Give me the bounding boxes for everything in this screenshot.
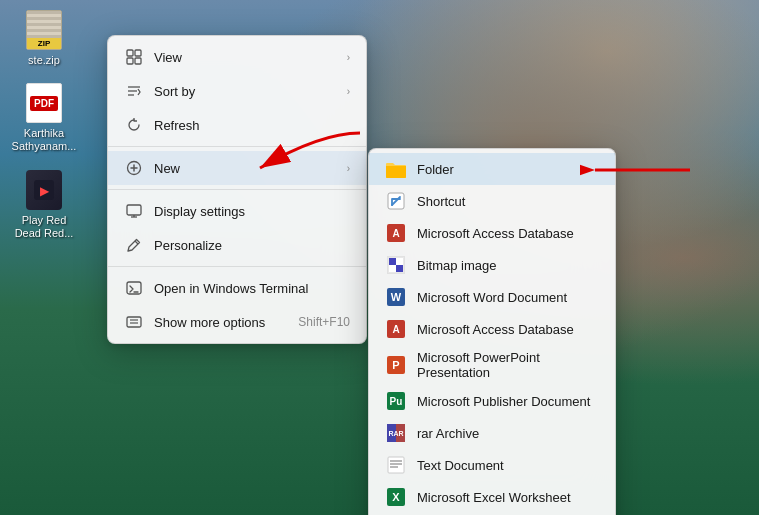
game-label: Play Red Dead Red... [8, 214, 80, 240]
pdf-icon-img: PDF [24, 83, 64, 123]
menu-item-personalize[interactable]: Personalize [108, 228, 366, 262]
desktop-icon-stezip[interactable]: ZIP ste.zip [8, 10, 80, 67]
svg-text:A: A [392, 324, 399, 335]
submenu-access1[interactable]: A Microsoft Access Database [369, 217, 615, 249]
text-label: Text Document [417, 458, 504, 473]
svg-rect-5 [135, 58, 141, 64]
new-submenu: Folder Shortcut A Microsoft Access Datab… [368, 148, 616, 515]
refresh-label: Refresh [154, 118, 350, 133]
personalize-icon [124, 235, 144, 255]
svg-rect-12 [127, 205, 141, 215]
submenu-excel[interactable]: X Microsoft Excel Worksheet [369, 481, 615, 513]
menu-item-new[interactable]: New › [108, 151, 366, 185]
zip-file-icon: ZIP [26, 10, 62, 50]
divider-2 [108, 189, 366, 190]
divider-3 [108, 266, 366, 267]
access-icon-1: A [385, 222, 407, 244]
svg-rect-29 [396, 265, 403, 272]
svg-rect-2 [127, 50, 133, 56]
svg-text:P: P [392, 359, 399, 371]
zip-icon-img: ZIP [24, 10, 64, 50]
new-icon [124, 158, 144, 178]
more-label: Show more options [154, 315, 282, 330]
svg-rect-4 [127, 58, 133, 64]
menu-item-display[interactable]: Display settings [108, 194, 366, 228]
powerpoint-icon: P [385, 354, 407, 376]
excel-label: Microsoft Excel Worksheet [417, 490, 571, 505]
pdf-file-icon: PDF [26, 83, 62, 123]
submenu-folder[interactable]: Folder [369, 153, 615, 185]
personalize-label: Personalize [154, 238, 350, 253]
submenu-publisher[interactable]: Pu Microsoft Publisher Document [369, 385, 615, 417]
menu-item-view[interactable]: View › [108, 40, 366, 74]
svg-text:RAR: RAR [388, 430, 403, 437]
new-label: New [154, 161, 339, 176]
access2-label: Microsoft Access Database [417, 322, 574, 337]
view-icon [124, 47, 144, 67]
svg-text:X: X [392, 491, 400, 503]
shortcut-label: Shortcut [417, 194, 465, 209]
word-label: Microsoft Word Document [417, 290, 567, 305]
sort-icon [124, 81, 144, 101]
svg-rect-3 [135, 50, 141, 56]
text-icon [385, 454, 407, 476]
svg-rect-41 [388, 457, 404, 473]
svg-text:A: A [392, 228, 399, 239]
game-file-icon: ▶ [26, 170, 62, 210]
more-icon [124, 312, 144, 332]
desktop-icon-pdf[interactable]: PDF Karthika Sathyanam... [8, 83, 80, 153]
submenu-text[interactable]: Text Document [369, 449, 615, 481]
view-label: View [154, 50, 339, 65]
submenu-access2[interactable]: A Microsoft Access Database [369, 313, 615, 345]
folder-icon [385, 158, 407, 180]
more-shortcut: Shift+F10 [298, 315, 350, 329]
stezip-label: ste.zip [28, 54, 60, 67]
access-icon-2: A [385, 318, 407, 340]
rar-icon: RAR [385, 422, 407, 444]
powerpoint-label: Microsoft PowerPoint Presentation [417, 350, 599, 380]
terminal-label: Open in Windows Terminal [154, 281, 350, 296]
menu-item-more[interactable]: Show more options Shift+F10 [108, 305, 366, 339]
publisher-icon: Pu [385, 390, 407, 412]
svg-rect-28 [389, 265, 396, 272]
bitmap-label: Bitmap image [417, 258, 496, 273]
svg-rect-27 [396, 258, 403, 265]
rar-label: rar Archive [417, 426, 479, 441]
menu-item-terminal[interactable]: Open in Windows Terminal [108, 271, 366, 305]
submenu-bitmap[interactable]: Bitmap image [369, 249, 615, 281]
excel-icon: X [385, 486, 407, 508]
karthika-label: Karthika Sathyanam... [8, 127, 80, 153]
view-arrow: › [347, 52, 350, 63]
svg-rect-18 [127, 317, 141, 327]
submenu-shortcut[interactable]: Shortcut [369, 185, 615, 217]
game-svg: ▶ [34, 180, 54, 200]
desktop-icon-game[interactable]: ▶ Play Red Dead Red... [8, 170, 80, 240]
sort-arrow: › [347, 86, 350, 97]
svg-text:Pu: Pu [390, 396, 403, 407]
svg-rect-26 [389, 258, 396, 265]
terminal-icon [124, 278, 144, 298]
sort-label: Sort by [154, 84, 339, 99]
word-icon: W [385, 286, 407, 308]
display-label: Display settings [154, 204, 350, 219]
display-icon [124, 201, 144, 221]
new-arrow: › [347, 163, 350, 174]
svg-text:W: W [391, 291, 402, 303]
game-icon-img: ▶ [24, 170, 64, 210]
main-context-menu: View › Sort by › Refresh [107, 35, 367, 344]
publisher-label: Microsoft Publisher Document [417, 394, 590, 409]
refresh-icon [124, 115, 144, 135]
access1-label: Microsoft Access Database [417, 226, 574, 241]
submenu-rar[interactable]: RAR rar Archive [369, 417, 615, 449]
bitmap-icon [385, 254, 407, 276]
menu-item-sort[interactable]: Sort by › [108, 74, 366, 108]
svg-text:▶: ▶ [40, 184, 50, 198]
submenu-word[interactable]: W Microsoft Word Document [369, 281, 615, 313]
shortcut-icon [385, 190, 407, 212]
menu-item-refresh[interactable]: Refresh [108, 108, 366, 142]
folder-label: Folder [417, 162, 454, 177]
desktop-icons: ZIP ste.zip PDF Karthika Sathyanam... ▶ … [8, 10, 80, 240]
submenu-powerpoint[interactable]: P Microsoft PowerPoint Presentation [369, 345, 615, 385]
divider-1 [108, 146, 366, 147]
